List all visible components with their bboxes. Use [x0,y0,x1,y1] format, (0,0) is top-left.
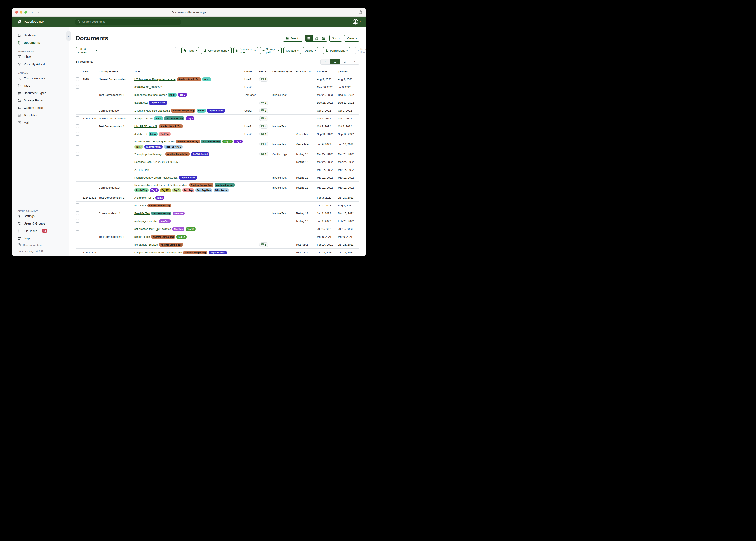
tag-badge[interactable]: Another Sample Tag [165,152,190,156]
sidebar-item-users-groups[interactable]: Users & Groups [12,220,69,227]
row-checkbox[interactable] [76,109,79,112]
share-icon[interactable] [359,10,362,15]
tag-badge[interactable]: Just another tag [151,212,171,216]
tag-badge[interactable]: Another Sample Tag [159,243,183,247]
document-title-link[interactable]: Sonstige ScanPC2022 03-24_081058 [134,161,179,164]
back-arrow-icon[interactable]: ‹ [32,10,33,14]
correspondent-filter-button[interactable]: Correspondent ▾ [201,47,232,54]
tag-badge[interactable]: Test Tag New 2 [164,145,183,149]
tag-badge[interactable]: Tag 3 [172,189,181,192]
column-header-correspondent[interactable]: Correspondent [99,70,134,73]
document-title-link[interactable]: Sample100.csv [134,117,153,120]
document-title-link[interactable]: ReadMe Test [134,212,150,215]
tag-badge[interactable]: Another Sample Tag [159,124,183,128]
permissions-filter-button[interactable]: Permissions ▾ [323,47,350,54]
row-checkbox[interactable] [76,211,79,215]
row-checkbox[interactable] [76,243,79,246]
tag-badge[interactable]: Another Sample Tag [189,183,213,187]
tag-badge[interactable]: Inbox [149,132,158,136]
tag-badge[interactable]: Test Tag [159,132,171,136]
document-title-link[interactable]: 2011 BP Pie 2 [134,168,151,171]
row-checkbox[interactable] [76,168,79,171]
tag-badge[interactable]: NewOne [159,220,171,223]
user-menu[interactable]: ▾ [353,19,361,25]
tag-badge[interactable]: NewOne [173,212,185,216]
sidebar-item-correspondents[interactable]: Correspondents [12,74,69,82]
title-content-filter-input[interactable] [99,47,176,54]
document-title-link[interactable]: test_letter [134,204,146,207]
tag-badge[interactable]: Inbox [202,77,211,81]
grid-view-button[interactable] [313,35,320,41]
tag-badge[interactable]: Just another tag [215,183,235,187]
notes-badge[interactable]: 2 [259,77,268,82]
document-title-link[interactable]: simple txt file [134,235,150,238]
tags-filter-button[interactable]: Tags ▾ [181,47,199,54]
row-checkbox[interactable] [76,204,79,207]
pagination-next-button[interactable]: » [350,59,359,64]
sidebar-item-file-tasks[interactable]: File Tasks 16 [12,227,69,235]
tag-badge[interactable]: Tag 2 [186,117,195,120]
tag-badge[interactable]: Tag 2 [155,196,164,200]
document-title-link[interactable]: multi-page-mixedxx [134,220,158,223]
notes-badge[interactable]: 1 [259,132,268,137]
row-checkbox[interactable] [76,160,79,164]
tag-badge[interactable]: Tag 222 [160,189,171,192]
tag-badge[interactable]: Another Sample Tag [147,204,171,208]
tag-badge[interactable]: TagWithPartial [209,251,227,255]
added-filter-button[interactable]: Added ▾ [303,47,318,54]
row-checkbox[interactable] [76,77,79,81]
title-content-filter-button[interactable]: Title & content ▾ [76,47,99,54]
document-title-link[interactable]: Review-of-New-York-Federal-Petitions-art… [134,184,188,187]
notes-badge[interactable]: 4 [259,124,268,129]
sidebar-item-templates[interactable]: Templates [12,112,69,119]
document-title-link[interactable]: 2sample-pdf-with-images [134,153,164,156]
forward-arrow-icon[interactable]: › [38,10,39,14]
tag-badge[interactable]: Tag 2 [150,189,159,192]
row-checkbox[interactable] [76,85,79,89]
documentation-link[interactable]: Documentation [18,242,69,248]
row-checkbox[interactable] [76,219,79,223]
notes-badge[interactable]: 1 [259,152,268,157]
column-header-notes[interactable]: Notes [259,70,272,73]
document-type-filter-button[interactable]: Document type ▾ [233,47,258,54]
sidebar-item-storage-paths[interactable]: Storage Paths [12,97,69,104]
sidebar-item-dashboard[interactable]: Dashboard [12,32,69,39]
tag-badge[interactable]: TagWithPartial [144,145,163,149]
tag-badge[interactable]: Just another tag [164,117,184,120]
row-checkbox[interactable] [76,117,79,120]
app-brand[interactable]: Paperless-ngx [12,20,75,24]
document-title-link[interactable]: UM_PPBE_en_v29 [134,125,157,128]
document-title-link[interactable]: [paperless] test post-owner [134,93,167,97]
sidebar-item-tags[interactable]: Tags [12,82,69,89]
column-header-created[interactable]: Created [317,70,338,73]
tag-badge[interactable]: Inbox [197,109,206,113]
tag-badge[interactable]: With Perms [214,189,229,192]
row-checkbox[interactable] [76,132,79,136]
document-title-link[interactable]: sample-pdf-download-10-mb-longer-title [134,251,182,254]
collapse-sidebar-button[interactable]: « [66,31,71,41]
column-header-added[interactable]: ↑Added [338,70,359,73]
sort-button[interactable]: Sort ▾ [329,35,342,42]
notes-badge[interactable]: 1 [259,116,268,121]
row-checkbox[interactable] [76,251,79,254]
column-header-owner[interactable]: Owner [244,70,259,73]
pagination-page-2[interactable]: 2 [340,59,350,64]
tag-badge[interactable]: Another Sample Tag [177,77,201,81]
notes-badge[interactable]: 1 [259,109,268,113]
storage-path-filter-button[interactable]: Storage path ▾ [260,47,282,54]
tag-badge[interactable]: Tag 12 [186,227,196,231]
list-view-button[interactable] [305,35,313,41]
column-header-asn[interactable]: ASN [83,70,99,73]
minimize-window-button[interactable] [20,11,22,14]
close-window-button[interactable] [15,11,18,14]
column-header-storage-path[interactable]: Storage path [296,70,317,73]
column-header-title[interactable]: Title [134,70,244,73]
detail-view-button[interactable] [320,35,327,41]
tag-badge[interactable]: TagWithPartial [179,176,197,180]
document-title-link[interactable]: 1 Testing New Title Updated 2 [134,109,170,112]
views-button[interactable]: Views ▾ [344,35,359,42]
document-title-link[interactable]: file-sample_150kBs [134,243,158,246]
sidebar-item-settings[interactable]: Settings [12,212,69,220]
reset-filters-button[interactable]: × Reset filters [355,47,366,54]
sidebar-item-mail[interactable]: Mail [12,119,69,126]
